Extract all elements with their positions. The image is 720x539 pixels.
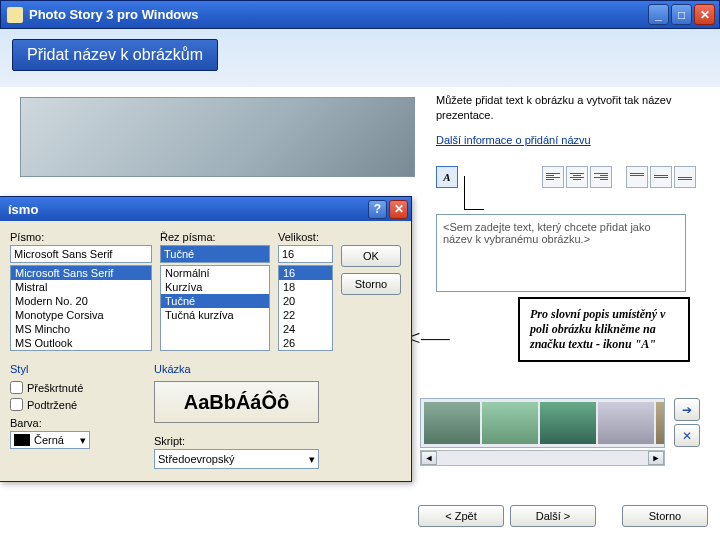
list-item[interactable]: Modern No. 20 <box>11 294 151 308</box>
underline-checkbox[interactable] <box>10 398 23 411</box>
list-item[interactable]: Normální <box>161 266 269 280</box>
font-input[interactable] <box>10 245 152 263</box>
thumb-delete-button[interactable]: ✕ <box>674 424 700 447</box>
dialog-cancel-button[interactable]: Storno <box>341 273 401 295</box>
wizard-nav: < Zpět Další > Storno <box>418 505 708 527</box>
help-link[interactable]: Další informace o přidání názvu <box>436 134 696 146</box>
list-item[interactable]: Tučné <box>161 294 269 308</box>
font-listbox[interactable]: Microsoft Sans SerifMistralModern No. 20… <box>10 265 152 351</box>
cancel-button[interactable]: Storno <box>622 505 708 527</box>
list-item[interactable]: 20 <box>279 294 332 308</box>
scroll-right-icon[interactable]: ► <box>648 451 664 465</box>
list-item[interactable]: MS Outlook <box>11 336 151 350</box>
thumbnail-list <box>420 398 665 448</box>
main-titlebar: Photo Story 3 pro Windows _ □ ✕ <box>0 0 720 29</box>
thumbnail-scrollbar[interactable]: ◄ ► <box>420 450 665 466</box>
valign-top-button[interactable] <box>626 166 648 188</box>
instructions-text: Můžete přidat text k obrázku a vytvořit … <box>436 93 696 124</box>
minimize-button[interactable]: _ <box>648 4 669 25</box>
back-button[interactable]: < Zpět <box>418 505 504 527</box>
list-item[interactable]: Kurzíva <box>161 280 269 294</box>
image-preview <box>20 97 415 177</box>
thumbnail-strip: ➔ ✕ ◄ ► <box>420 398 700 466</box>
valign-middle-button[interactable] <box>650 166 672 188</box>
script-label: Skript: <box>154 435 319 447</box>
sample-preview: AaBbÁáÔô <box>154 381 319 423</box>
color-dropdown[interactable]: Černá ▾ <box>10 431 90 449</box>
style-group-label: Styl <box>10 363 140 375</box>
list-item[interactable]: Mistral <box>11 280 151 294</box>
thumb-next-button[interactable]: ➔ <box>674 398 700 421</box>
list-item[interactable]: 28 <box>279 350 332 351</box>
valign-bottom-button[interactable] <box>674 166 696 188</box>
page-header: Přidat název k obrázkům <box>0 29 720 87</box>
app-title: Photo Story 3 pro Windows <box>29 7 199 22</box>
h-align-group <box>542 166 612 188</box>
sample-group-label: Ukázka <box>154 363 319 375</box>
size-input[interactable] <box>278 245 333 263</box>
color-name: Černá <box>34 434 64 446</box>
script-value: Středoevropský <box>158 453 234 465</box>
app-icon <box>7 7 23 23</box>
list-item[interactable]: 22 <box>279 308 332 322</box>
align-right-button[interactable] <box>590 166 612 188</box>
list-item[interactable]: MS Reference Sans S <box>11 350 151 351</box>
list-item[interactable]: 16 <box>279 266 332 280</box>
list-item[interactable]: MS Mincho <box>11 322 151 336</box>
script-dropdown[interactable]: Středoevropský ▾ <box>154 449 319 469</box>
close-button[interactable]: ✕ <box>694 4 715 25</box>
align-left-button[interactable] <box>542 166 564 188</box>
list-item[interactable]: Monotype Corsiva <box>11 308 151 322</box>
strikethrough-label: Přeškrtnuté <box>27 382 83 394</box>
style-listbox[interactable]: NormálníKurzívaTučnéTučná kurzíva <box>160 265 270 351</box>
strikethrough-checkbox[interactable] <box>10 381 23 394</box>
v-align-group <box>626 166 696 188</box>
list-item[interactable]: Tučná kurzíva <box>161 308 269 322</box>
dialog-titlebar: ísmo ? ✕ <box>0 197 411 221</box>
ok-button[interactable]: OK <box>341 245 401 267</box>
thumbnail-item[interactable] <box>482 402 538 444</box>
annotation-callout: Pro slovní popis umístěný v poli obrázku… <box>518 297 690 362</box>
thumbnail-item[interactable] <box>540 402 596 444</box>
thumbnail-item[interactable] <box>656 402 665 444</box>
maximize-button[interactable]: □ <box>671 4 692 25</box>
page-title-banner: Přidat název k obrázkům <box>12 39 218 71</box>
list-item[interactable]: 24 <box>279 322 332 336</box>
style-label: Řez písma: <box>160 231 216 243</box>
size-label: Velikost: <box>278 231 319 243</box>
text-toolbar: A <box>436 166 696 210</box>
dialog-close-button[interactable]: ✕ <box>389 200 408 219</box>
underline-label: Podtržené <box>27 399 77 411</box>
align-center-button[interactable] <box>566 166 588 188</box>
font-dialog: ísmo ? ✕ Písmo: Microsoft Sans SerifMist… <box>0 196 412 482</box>
next-button[interactable]: Další > <box>510 505 596 527</box>
thumbnail-item[interactable] <box>598 402 654 444</box>
list-item[interactable]: 18 <box>279 280 332 294</box>
color-chip-icon <box>14 434 30 446</box>
list-item[interactable]: 26 <box>279 336 332 350</box>
scroll-left-icon[interactable]: ◄ <box>421 451 437 465</box>
dialog-title: ísmo <box>8 202 38 217</box>
list-item[interactable]: Microsoft Sans Serif <box>11 266 151 280</box>
color-label: Barva: <box>10 417 140 429</box>
font-tool-button[interactable]: A <box>436 166 458 188</box>
thumbnail-item[interactable] <box>424 402 480 444</box>
font-label: Písmo: <box>10 231 44 243</box>
dialog-help-button[interactable]: ? <box>368 200 387 219</box>
caption-textarea[interactable]: <Sem zadejte text, který chcete přidat j… <box>436 214 686 292</box>
size-listbox[interactable]: 16182022242628 <box>278 265 333 351</box>
style-input[interactable] <box>160 245 270 263</box>
